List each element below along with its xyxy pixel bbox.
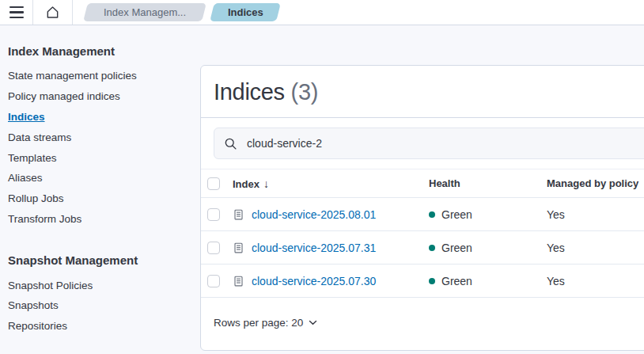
breadcrumb-indices[interactable]: Indices — [210, 3, 281, 21]
document-icon — [233, 208, 244, 221]
managed-by-policy-value: Yes — [547, 208, 565, 221]
table-row: cloud-service-2025.08.01 Green Yes — [201, 198, 644, 231]
row-checkbox[interactable] — [207, 208, 220, 221]
document-icon — [233, 275, 244, 287]
indices-panel: Indices (3) Index↓ Health Managed by pol… — [200, 65, 644, 351]
health-label: Green — [441, 208, 472, 221]
sidebar-item-snapshot-policies[interactable]: Snapshot Policies — [8, 275, 192, 295]
managed-by-policy-column-header: Managed by policy — [547, 169, 644, 198]
sidebar-item-policy-managed-indices[interactable]: Policy managed indices — [8, 86, 192, 107]
index-column-header[interactable]: Index↓ — [233, 169, 429, 198]
hamburger-icon — [9, 6, 24, 18]
search-field — [214, 128, 644, 159]
sidebar-item-data-streams[interactable]: Data streams — [8, 127, 192, 147]
top-navigation-bar: Index Managem... Indices — [0, 0, 644, 25]
index-link[interactable]: cloud-service-2025.07.31 — [252, 242, 376, 254]
breadcrumb-label: Index Managem... — [104, 6, 186, 18]
sidebar-item-indices[interactable]: Indices — [8, 107, 192, 128]
sidebar-item-aliases[interactable]: Aliases — [8, 168, 192, 188]
sort-descending-icon: ↓ — [263, 177, 269, 190]
select-all-checkbox[interactable] — [207, 177, 220, 190]
health-green-dot — [429, 245, 435, 251]
table-row: cloud-service-2025.07.30 Green Yes — [201, 265, 644, 298]
row-checkbox[interactable] — [207, 275, 220, 287]
health-label: Green — [441, 275, 472, 287]
managed-by-policy-value: Yes — [547, 275, 565, 287]
sidebar-item-templates[interactable]: Templates — [8, 147, 192, 168]
sidebar-item-transform-jobs[interactable]: Transform Jobs — [8, 208, 192, 229]
managed-by-policy-value: Yes — [547, 242, 565, 254]
row-checkbox[interactable] — [207, 242, 220, 254]
health-green-dot — [429, 278, 435, 284]
rows-per-page-button[interactable]: Rows per page: 20 — [214, 317, 317, 329]
menu-button[interactable] — [0, 0, 32, 25]
sidebar-section-title-snapshot-management: Snapshot Management — [8, 253, 192, 267]
home-button[interactable] — [33, 0, 72, 25]
sidebar-item-snapshots[interactable]: Snapshots — [8, 295, 192, 316]
health-column-header: Health — [429, 169, 547, 198]
sidebar: Index Management State management polici… — [0, 25, 192, 337]
sidebar-item-repositories[interactable]: Repositories — [8, 316, 192, 337]
page-title-text: Indices — [214, 79, 285, 105]
sidebar-item-rollup-jobs[interactable]: Rollup Jobs — [8, 188, 192, 209]
health-label: Green — [441, 242, 472, 254]
breadcrumb-index-management[interactable]: Index Managem... — [83, 3, 206, 21]
rows-per-page-label: Rows per page: 20 — [214, 317, 303, 329]
indices-table: Index↓ Health Managed by policy cloud-se… — [201, 169, 644, 298]
index-link[interactable]: cloud-service-2025.08.01 — [252, 208, 376, 221]
breadcrumb-label: Indices — [228, 6, 263, 18]
index-link[interactable]: cloud-service-2025.07.30 — [252, 275, 376, 287]
page-title: Indices (3) — [214, 79, 644, 105]
table-header-row: Index↓ Health Managed by policy — [201, 169, 644, 198]
sidebar-section-title-index-management: Index Management — [8, 44, 192, 58]
table-row: cloud-service-2025.07.31 Green Yes — [201, 231, 644, 265]
chevron-down-icon — [309, 320, 317, 325]
health-green-dot — [429, 211, 435, 218]
header-divider — [72, 0, 73, 25]
home-icon — [45, 5, 60, 20]
search-input[interactable] — [245, 136, 644, 150]
breadcrumb: Index Managem... Indices — [85, 3, 278, 21]
search-icon — [224, 137, 237, 150]
indices-count: (3) — [291, 79, 319, 105]
document-icon — [233, 242, 244, 254]
sidebar-item-state-management-policies[interactable]: State management policies — [8, 66, 192, 86]
